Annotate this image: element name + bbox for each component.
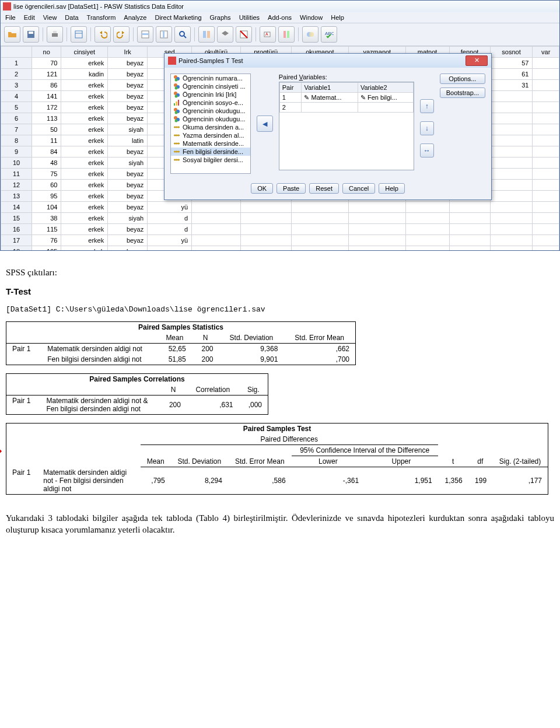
var-item[interactable]: Matematik dersinde... [171,139,250,148]
menu-bar: FileEditViewDataTransformAnalyzeDirect M… [1,12,559,23]
col-header[interactable]: cinsiyet [61,47,108,58]
svg-rect-34 [178,100,179,106]
goto-case-button[interactable] [137,26,153,43]
value-labels-button[interactable]: A [260,26,276,43]
table-row[interactable]: 1538erkeksiyahd [1,213,559,224]
table-row[interactable]: 18195erkekbeyaz [1,246,559,251]
recall-dialog-button[interactable] [71,26,87,43]
var-item[interactable]: Ögrencinin numara... [171,74,250,82]
ok-button[interactable]: OK [251,183,273,194]
weight-button[interactable] [217,26,233,43]
menu-view[interactable]: View [43,14,57,21]
paired-test-table: Paired Samples Test Paired Differences t… [6,423,548,495]
toolbar: A ABC [1,23,559,46]
menu-help[interactable]: Help [331,14,344,21]
spss-window: lise ögrencileri.sav [DataSet1] - PASW S… [0,0,560,251]
menu-data[interactable]: Data [65,14,78,21]
paired-statistics-table: Paired Samples Statistics Mean N Std. De… [6,321,356,365]
var-item[interactable]: Sosyal bilgiler dersi... [171,156,250,164]
paste-button[interactable]: Paste [276,183,306,194]
spell-check-button[interactable]: ABC [321,26,337,43]
table-row[interactable]: 1776erkekbeyazyü [1,235,559,246]
var-item[interactable]: Ögrencinin sosyo-e... [171,99,250,107]
svg-rect-18 [284,31,286,38]
svg-rect-19 [287,31,289,38]
menu-file[interactable]: File [5,14,16,21]
undo-button[interactable] [94,26,111,43]
data-grid-wrap: nocinsiyetIrksedokultürüprogtürüokumanot… [1,46,559,250]
show-all-button[interactable] [302,26,318,43]
move-right-button[interactable]: ◀ [257,116,273,132]
svg-rect-33 [176,102,177,106]
svg-point-10 [180,32,184,36]
col-header[interactable]: no [32,47,61,58]
dataset-path: [DataSet1] C:\Users\güleda\Downloads\lis… [6,305,554,314]
pair-row[interactable]: 1✎ Matemat...✎ Fen bilgi... [279,93,413,103]
svg-point-28 [175,87,178,90]
svg-point-31 [175,95,178,98]
open-button[interactable] [4,26,20,43]
cancel-button[interactable]: Cancel [342,183,375,194]
col-header[interactable]: sosnot [490,47,533,58]
dialog-title-bar: Paired-Samples T Test ✕ [164,54,491,68]
split-file-button[interactable] [198,26,215,43]
svg-rect-32 [174,103,175,106]
menu-graphs[interactable]: Graphs [210,14,231,21]
pair-row[interactable]: 2 [279,103,413,113]
app-icon [3,2,11,10]
paired-variables-label: Paired Variables: [279,74,434,80]
menu-transform[interactable]: Transform [87,14,116,21]
svg-line-11 [184,36,186,38]
var-item[interactable]: Ögrencinin okudugu... [171,115,250,123]
document-body: SPSS çıktıları: T-Test [DataSet1] C:\Use… [0,251,560,568]
col-header[interactable]: Irk [108,47,148,58]
options-button[interactable]: Options... [440,74,485,84]
close-icon[interactable]: ✕ [466,55,488,66]
col-header[interactable]: var [533,47,559,58]
var-item[interactable]: Fen bilgisi dersinde... [171,148,250,156]
title-bar: lise ögrencileri.sav [DataSet1] - PASW S… [1,1,559,12]
find-button[interactable] [174,26,191,43]
var-item[interactable]: Ögrencinin cinsiyeti ... [171,82,250,90]
dialog-icon [168,57,176,65]
print-button[interactable] [47,26,63,43]
pair-up-button[interactable]: ↑ [420,99,434,113]
pair-table[interactable]: PairVariable1Variable21✎ Matemat...✎ Fen… [279,82,414,170]
svg-point-25 [175,79,178,82]
svg-point-40 [175,120,178,123]
var-item[interactable]: Ögrencinin okudugu... [171,107,250,115]
goto-var-button[interactable] [156,26,172,43]
svg-point-21 [309,32,314,37]
svg-rect-13 [207,31,210,38]
help-button[interactable]: Help [379,183,405,194]
pair-down-button[interactable]: ↓ [420,121,434,135]
select-cases-button[interactable] [236,26,252,43]
col-header[interactable] [1,47,32,58]
menu-utilities[interactable]: Utilities [239,14,260,21]
table-row[interactable]: 16115erkekbeyazd [1,224,559,235]
var-item[interactable]: Yazma dersinden al... [171,131,250,139]
svg-rect-2 [52,33,58,37]
save-button[interactable] [23,26,39,43]
explanation-paragraph: Yukarıdaki 3 tablodaki bilgiler aşağıda … [6,512,554,536]
table-row[interactable]: 14104erkekbeyazyü [1,202,559,213]
menu-window[interactable]: Window [300,14,323,21]
menu-edit[interactable]: Edit [24,14,35,21]
svg-rect-7 [142,33,149,35]
reset-button[interactable]: Reset [309,183,339,194]
output-heading: SPSS çıktıları: [6,268,554,278]
paired-correlations-table: Paired Samples Correlations N Correlatio… [6,373,268,415]
use-sets-button[interactable] [278,26,295,43]
paired-t-dialog: Paired-Samples T Test ✕ Ögrencinin numar… [164,53,492,200]
var-item[interactable]: Okuma dersinden a... [171,123,250,131]
menu-analyze[interactable]: Analyze [124,14,146,21]
var-item[interactable]: Ögrencinin Irki [Irk] [171,90,250,99]
svg-point-37 [175,111,178,114]
menu-direct-marketing[interactable]: Direct Marketing [155,14,201,21]
variable-list[interactable]: Ögrencinin numara...Ögrencinin cinsiyeti… [170,74,251,174]
pair-swap-button[interactable]: ↔ [420,144,434,158]
bootstrap-button[interactable]: Bootstrap... [440,88,485,98]
redo-button[interactable] [113,26,130,43]
svg-text:A: A [265,32,268,36]
menu-add-ons[interactable]: Add-ons [268,14,292,21]
